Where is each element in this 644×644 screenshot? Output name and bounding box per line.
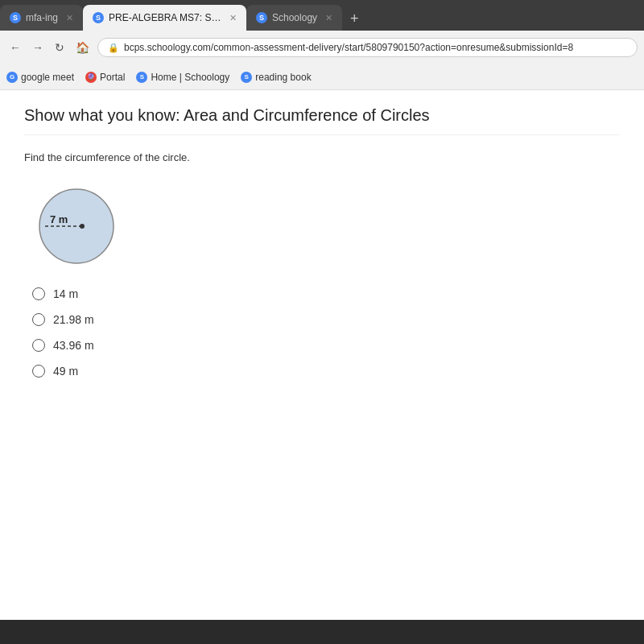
tab-label-prealgebra: PRE-ALGEBRA MS7: Sec 007 PE... (109, 12, 221, 23)
answer-choice-4[interactable]: 49 m (32, 365, 620, 378)
circle-diagram: 7 m (32, 180, 121, 268)
address-bar-container: ← → ↻ 🏠 🔒 bcps.schoology.com/common-asse… (0, 31, 644, 64)
tab-favicon-mfa: S (10, 12, 21, 23)
lock-icon: 🔒 (108, 43, 119, 53)
bottom-bar (0, 620, 644, 644)
bookmark-portal[interactable]: 🔮 Portal (85, 72, 125, 83)
tab-prealgebra[interactable]: S PRE-ALGEBRA MS7: Sec 007 PE... ✕ (83, 5, 246, 31)
new-tab-button[interactable]: + (342, 7, 367, 31)
bookmark-favicon-home-schoology: S (136, 72, 147, 83)
radio-14m[interactable] (32, 287, 45, 300)
tab-close-schoology[interactable]: ✕ (325, 13, 332, 23)
bookmark-favicon-portal: 🔮 (85, 72, 97, 83)
bookmark-reading-book[interactable]: S reading book (241, 72, 311, 83)
answer-choice-3[interactable]: 43.96 m (32, 339, 620, 352)
address-bar[interactable]: 🔒 bcps.schoology.com/common-assessment-d… (97, 38, 638, 57)
tab-schoology[interactable]: S Schoology ✕ (246, 5, 342, 31)
question-prompt: Find the circumference of the circle. (24, 151, 620, 163)
forward-button[interactable]: → (29, 39, 47, 56)
tab-label-schoology: Schoology (272, 12, 317, 23)
address-text: bcps.schoology.com/common-assessment-del… (124, 42, 573, 53)
browser-window: S mfa-ing ✕ S PRE-ALGEBRA MS7: Sec 007 P… (0, 0, 644, 644)
answer-label-21.98m: 21.98 m (53, 313, 94, 326)
answer-label-14m: 14 m (53, 287, 78, 300)
radio-49m[interactable] (32, 365, 45, 378)
bookmark-label-portal: Portal (100, 72, 125, 83)
bookmark-favicon-google-meet: G (6, 72, 18, 83)
bookmark-label-google-meet: google meet (21, 72, 74, 83)
bookmark-label-reading-book: reading book (255, 72, 311, 83)
bookmark-google-meet[interactable]: G google meet (6, 72, 74, 83)
tab-favicon-schoology: S (256, 12, 267, 23)
svg-text:7 m: 7 m (50, 213, 68, 225)
circle-svg: 7 m (32, 180, 121, 268)
tab-bar: S mfa-ing ✕ S PRE-ALGEBRA MS7: Sec 007 P… (0, 0, 644, 31)
reload-button[interactable]: ↻ (52, 39, 68, 56)
tab-mfa-ing[interactable]: S mfa-ing ✕ (0, 5, 83, 31)
tab-favicon-prealgebra: S (93, 12, 104, 23)
svg-point-2 (80, 224, 85, 229)
bookmark-home-schoology[interactable]: S Home | Schoology (136, 72, 229, 83)
tab-label-mfa: mfa-ing (26, 12, 58, 23)
bookmarks-bar: G google meet 🔮 Portal S Home | Schoolog… (0, 64, 644, 90)
bookmark-label-home-schoology: Home | Schoology (151, 72, 229, 83)
page-title: Show what you know: Area and Circumferen… (24, 106, 620, 135)
answer-choice-1[interactable]: 14 m (32, 287, 620, 300)
answer-choice-2[interactable]: 21.98 m (32, 313, 620, 326)
tab-close-mfa[interactable]: ✕ (66, 13, 73, 23)
radio-21.98m[interactable] (32, 313, 45, 326)
tab-close-prealgebra[interactable]: ✕ (229, 13, 237, 23)
bookmark-favicon-reading-book: S (241, 72, 252, 83)
radio-43.96m[interactable] (32, 339, 45, 352)
answer-label-49m: 49 m (53, 365, 78, 378)
answer-label-43.96m: 43.96 m (53, 339, 94, 352)
answer-choices: 14 m 21.98 m 43.96 m 49 m (32, 287, 620, 378)
page-content: Show what you know: Area and Circumferen… (0, 90, 644, 620)
back-button[interactable]: ← (6, 39, 24, 56)
home-icon[interactable]: 🏠 (72, 39, 93, 56)
